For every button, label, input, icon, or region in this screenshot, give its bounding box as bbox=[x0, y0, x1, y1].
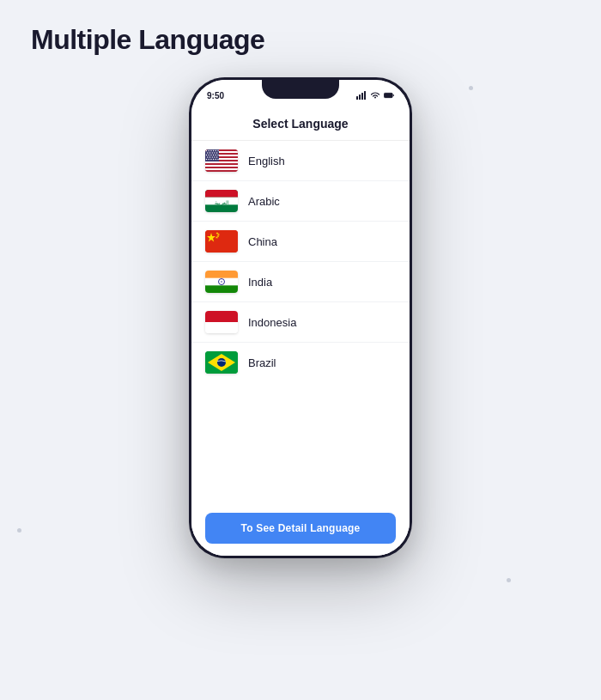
phone-notch bbox=[262, 80, 339, 99]
flag-iraq: العربية bbox=[205, 190, 238, 212]
status-time: 9:50 bbox=[207, 91, 224, 100]
svg-point-56 bbox=[221, 281, 222, 282]
svg-rect-3 bbox=[364, 91, 366, 100]
language-name-english: English bbox=[248, 155, 285, 167]
svg-point-19 bbox=[217, 150, 218, 151]
svg-point-34 bbox=[214, 156, 215, 157]
svg-rect-5 bbox=[385, 94, 392, 97]
phone-mockup: 9:50 bbox=[189, 77, 412, 558]
svg-point-24 bbox=[216, 152, 217, 153]
dot-grid-top-right: for(let i=0;i<40;i++) document.currentSc… bbox=[469, 86, 584, 155]
svg-point-38 bbox=[210, 159, 211, 160]
svg-point-36 bbox=[206, 159, 207, 160]
svg-point-20 bbox=[207, 152, 208, 153]
svg-rect-1 bbox=[359, 94, 361, 100]
dot-grid-bottom-right: for(let i=0;i<20;i++) document.currentSc… bbox=[507, 578, 575, 631]
svg-rect-12 bbox=[205, 168, 238, 170]
svg-point-18 bbox=[216, 150, 216, 151]
svg-rect-46 bbox=[205, 230, 238, 253]
screen-content: Select Language English العربية Arabic C… bbox=[191, 106, 410, 556]
svg-point-35 bbox=[216, 156, 217, 157]
flag-india bbox=[205, 271, 238, 293]
language-name-india: India bbox=[248, 276, 272, 289]
flag-us bbox=[205, 149, 238, 172]
svg-point-33 bbox=[212, 156, 213, 157]
svg-point-30 bbox=[217, 155, 218, 155]
svg-text:العربية: العربية bbox=[215, 200, 229, 206]
flag-indonesia bbox=[205, 311, 238, 333]
wifi-icon bbox=[370, 90, 380, 100]
signal-icon bbox=[356, 90, 367, 100]
svg-rect-10 bbox=[205, 161, 238, 163]
svg-point-31 bbox=[207, 156, 208, 157]
screen-header: Select Language bbox=[191, 106, 410, 141]
svg-point-37 bbox=[209, 159, 209, 160]
language-item-china[interactable]: China bbox=[191, 222, 410, 262]
svg-point-25 bbox=[206, 155, 207, 155]
language-item-india[interactable]: India bbox=[191, 262, 410, 302]
language-name-china: China bbox=[248, 235, 277, 248]
svg-point-41 bbox=[217, 159, 218, 160]
svg-rect-2 bbox=[361, 93, 363, 100]
svg-point-29 bbox=[216, 155, 216, 155]
see-detail-button[interactable]: To See Detail Language bbox=[205, 513, 396, 544]
language-item-brazil[interactable]: Brazil bbox=[191, 343, 410, 382]
svg-point-23 bbox=[214, 152, 215, 153]
language-name-brazil: Brazil bbox=[248, 356, 276, 369]
svg-point-21 bbox=[209, 152, 210, 153]
language-item-english[interactable]: English bbox=[191, 141, 410, 181]
svg-point-15 bbox=[209, 150, 209, 151]
svg-point-14 bbox=[206, 150, 207, 151]
svg-rect-11 bbox=[205, 165, 238, 167]
phone-inner: 9:50 bbox=[191, 80, 410, 556]
language-name-indonesia: Indonesia bbox=[248, 316, 296, 329]
language-item-arabic[interactable]: العربية Arabic bbox=[191, 181, 410, 222]
svg-point-61 bbox=[217, 358, 226, 367]
svg-point-39 bbox=[213, 159, 214, 160]
svg-point-26 bbox=[209, 155, 209, 155]
svg-point-27 bbox=[210, 155, 211, 155]
svg-rect-53 bbox=[205, 271, 238, 278]
svg-rect-58 bbox=[205, 311, 238, 322]
svg-rect-0 bbox=[356, 96, 358, 100]
svg-point-22 bbox=[212, 152, 213, 153]
svg-point-40 bbox=[216, 159, 216, 160]
status-icons bbox=[356, 90, 394, 100]
language-item-indonesia[interactable]: Indonesia bbox=[191, 302, 410, 343]
dot-grid-bottom-left: for(let i=0;i<25;i++) document.currentSc… bbox=[17, 528, 86, 597]
svg-rect-54 bbox=[205, 285, 238, 293]
svg-point-28 bbox=[213, 155, 214, 155]
battery-icon bbox=[384, 90, 394, 100]
svg-point-17 bbox=[213, 150, 214, 151]
svg-point-16 bbox=[210, 150, 211, 151]
page-title: Multiple Language bbox=[31, 24, 264, 56]
screen-header-title: Select Language bbox=[252, 117, 348, 131]
cta-section: To See Detail Language bbox=[191, 504, 410, 556]
language-name-arabic: Arabic bbox=[248, 195, 280, 208]
svg-point-32 bbox=[209, 156, 210, 157]
phone-frame: 9:50 bbox=[189, 77, 412, 558]
flag-china bbox=[205, 230, 238, 253]
flag-brazil bbox=[205, 351, 238, 374]
svg-rect-13 bbox=[205, 149, 219, 161]
language-list: English العربية Arabic China India Indon… bbox=[191, 141, 410, 504]
svg-rect-43 bbox=[205, 190, 238, 198]
